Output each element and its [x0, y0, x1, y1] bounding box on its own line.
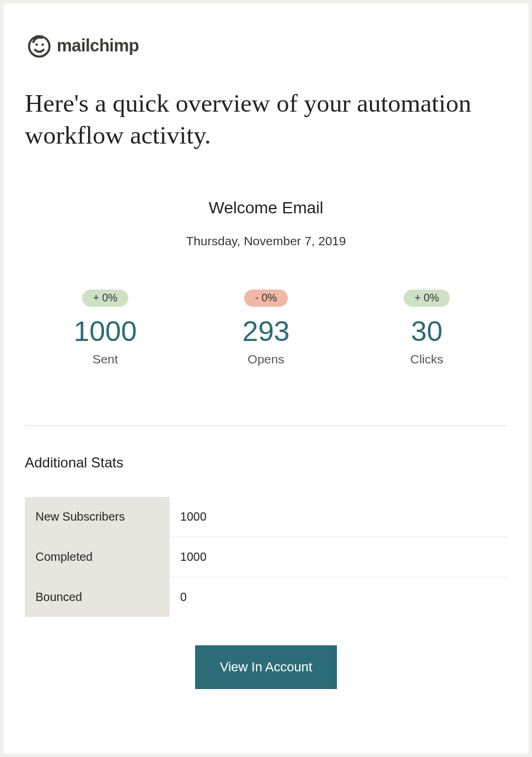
stat-label: Completed	[25, 537, 170, 577]
svg-point-1	[35, 43, 38, 46]
brand-logo: mailchimp	[25, 32, 507, 59]
stat-value: 1000	[170, 497, 507, 537]
metric-delta-badge: + 0%	[404, 290, 450, 307]
metric-value: 30	[346, 315, 507, 347]
view-in-account-button[interactable]: View In Account	[195, 645, 337, 689]
metric-label: Sent	[25, 352, 186, 366]
metric-clicks: + 0% 30 Clicks	[346, 290, 507, 366]
cta-container: View In Account	[25, 645, 507, 689]
svg-point-2	[41, 43, 44, 46]
metric-opens: - 0% 293 Opens	[186, 290, 346, 366]
stat-value: 1000	[170, 537, 507, 577]
report-card: mailchimp Here's a quick overview of you…	[4, 4, 528, 753]
campaign-date: Thursday, November 7, 2019	[25, 234, 507, 248]
svg-point-0	[29, 36, 50, 57]
metric-label: Clicks	[346, 352, 507, 366]
brand-wordmark: mailchimp	[57, 36, 139, 56]
additional-stats-table: New Subscribers 1000 Completed 1000 Boun…	[25, 497, 507, 617]
stat-value: 0	[170, 577, 507, 617]
page-headline: Here's a quick overview of your automati…	[25, 87, 507, 151]
table-row: Bounced 0	[25, 577, 507, 617]
stat-label: New Subscribers	[25, 497, 170, 537]
section-divider	[25, 425, 507, 426]
table-row: New Subscribers 1000	[25, 497, 507, 537]
mailchimp-icon	[25, 32, 52, 59]
metric-value: 293	[186, 315, 346, 347]
metric-label: Opens	[186, 352, 346, 366]
metrics-row: + 0% 1000 Sent - 0% 293 Opens + 0% 30 Cl…	[25, 290, 507, 366]
metric-sent: + 0% 1000 Sent	[25, 290, 186, 366]
stat-label: Bounced	[25, 577, 170, 617]
metric-value: 1000	[25, 315, 186, 347]
metric-delta-badge: - 0%	[244, 290, 287, 307]
table-row: Completed 1000	[25, 537, 507, 577]
campaign-title: Welcome Email	[25, 199, 507, 217]
metric-delta-badge: + 0%	[82, 290, 128, 307]
additional-stats-heading: Additional Stats	[25, 454, 507, 471]
